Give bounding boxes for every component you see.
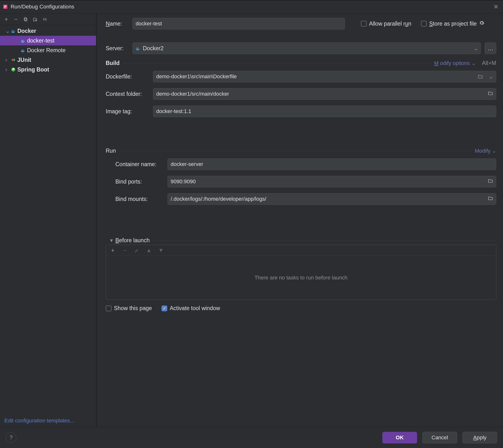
tree-item-docker-test[interactable]: docker-test	[0, 36, 96, 45]
server-label: Server:	[106, 45, 129, 52]
build-section-header: Build Modify options ⌄ Alt+M	[106, 60, 496, 66]
sidebar: ⌄ Docker docker-test Docker Remote › JUn…	[0, 14, 96, 427]
gear-icon[interactable]	[479, 20, 484, 27]
before-launch-title: Before launch	[115, 237, 150, 244]
container-name-input[interactable]: docker-server	[168, 158, 496, 170]
allow-parallel-checkbox[interactable]: Allow parallel run	[361, 20, 411, 27]
collapse-icon[interactable]: ▾	[110, 237, 113, 244]
svg-rect-1	[24, 17, 26, 20]
store-as-project-checkbox[interactable]: Store as project file	[421, 20, 484, 27]
activate-tool-window-label: Activate tool window	[170, 305, 220, 312]
modify-options-link[interactable]: Modify options ⌄	[434, 60, 476, 66]
docker-icon	[20, 38, 26, 43]
server-dropdown[interactable]: Docker2 ⌄	[132, 43, 481, 54]
edit-templates-link[interactable]: Edit configuration templates...	[4, 417, 74, 424]
store-as-project-label: Store as project file	[429, 20, 477, 27]
bind-ports-input[interactable]: 9090:9090	[168, 176, 496, 187]
close-icon[interactable]: ✕	[493, 3, 499, 11]
bind-mounts-input[interactable]: /.docker/logs/:/home/developer/app/logs/	[168, 193, 496, 205]
titlebar: Run/Debug Configurations ✕	[0, 0, 503, 14]
bind-mounts-label: Bind mounts:	[115, 196, 164, 202]
window-title: Run/Debug Configurations	[11, 4, 491, 10]
name-label: Name:	[106, 20, 129, 27]
container-name-label: Container name:	[115, 161, 164, 168]
show-this-page-label: Show this page	[114, 305, 152, 312]
main-panel: Name: docker-test Allow parallel run Sto…	[96, 14, 503, 427]
chevron-down-icon: ⌄	[473, 45, 478, 52]
run-section-header: Run Modify ⌄	[106, 148, 496, 154]
chevron-down-icon: ⌄	[472, 60, 476, 66]
activate-tool-window-checkbox[interactable]: Activate tool window	[161, 305, 220, 312]
svg-rect-2	[25, 18, 27, 21]
tree-item-docker[interactable]: ⌄ Docker	[0, 26, 96, 36]
chevron-right-icon: ›	[5, 66, 9, 73]
apply-button[interactable]: Apply	[462, 432, 497, 443]
chevron-down-icon: ⌄	[492, 148, 496, 154]
tree-item-spring-boot[interactable]: › Spring Boot	[0, 65, 96, 74]
checkbox-icon	[106, 305, 111, 311]
copy-config-icon[interactable]	[22, 16, 30, 23]
allow-parallel-label: Allow parallel run	[369, 20, 411, 27]
before-launch-box: ▲ ▼ There are no tasks to run before lau…	[106, 245, 496, 300]
checkbox-icon	[361, 21, 367, 27]
sort-config-icon[interactable]	[41, 16, 49, 23]
dockerfile-browse-button[interactable]	[474, 71, 486, 82]
checkbox-icon	[421, 21, 427, 27]
tree-item-label: Docker	[17, 28, 36, 34]
docker-icon	[20, 48, 26, 53]
dockerfile-label: Dockerfile:	[106, 73, 149, 80]
modify-link[interactable]: Modify ⌄	[475, 148, 496, 154]
before-launch-toolbar: ▲ ▼	[106, 245, 496, 256]
image-tag-input[interactable]: docker-test:1.1	[153, 106, 496, 117]
bind-ports-label: Bind ports:	[115, 179, 164, 185]
server-value: Docker2	[143, 45, 164, 52]
folder-icon[interactable]	[488, 178, 493, 185]
help-icon[interactable]: ?	[6, 432, 16, 443]
config-tree: ⌄ Docker docker-test Docker Remote › JUn…	[0, 25, 96, 74]
folder-icon[interactable]	[488, 91, 493, 97]
server-browse-button[interactable]: …	[485, 43, 496, 54]
tree-item-label: JUnit	[17, 57, 31, 63]
remove-task-icon[interactable]	[121, 247, 129, 254]
spring-icon	[11, 67, 16, 72]
chevron-right-icon: ›	[5, 57, 9, 63]
move-down-icon[interactable]: ▼	[157, 247, 165, 254]
folder-icon[interactable]	[488, 196, 493, 202]
dockerfile-dropdown-button[interactable]: ⌄	[486, 71, 496, 82]
add-config-icon[interactable]	[2, 16, 10, 23]
show-this-page-checkbox[interactable]: Show this page	[106, 305, 152, 312]
save-config-icon[interactable]	[31, 16, 39, 23]
docker-icon	[11, 28, 16, 33]
remove-config-icon[interactable]	[12, 16, 20, 23]
sidebar-toolbar	[0, 14, 96, 25]
build-title: Build	[106, 60, 120, 66]
add-task-icon[interactable]	[109, 247, 117, 254]
junit-icon	[11, 57, 16, 63]
tree-item-label: docker-test	[27, 37, 55, 44]
cancel-button[interactable]: Cancel	[422, 432, 457, 443]
docker-icon	[135, 46, 141, 51]
tree-item-label: Docker Remote	[27, 47, 66, 54]
tree-item-docker-remote[interactable]: Docker Remote	[0, 45, 96, 55]
modify-shortcut: Alt+M	[482, 60, 496, 66]
chevron-down-icon: ⌄	[5, 28, 9, 34]
run-title: Run	[106, 148, 116, 154]
ok-button[interactable]: OK	[382, 432, 417, 443]
tree-item-label: Spring Boot	[17, 66, 49, 73]
footer: ? OK Cancel Apply	[0, 427, 503, 448]
before-launch-empty: There are no tasks to run before launch	[106, 256, 496, 299]
app-icon	[2, 4, 8, 10]
image-tag-label: Image tag:	[106, 108, 149, 115]
tree-item-junit[interactable]: › JUnit	[0, 55, 96, 65]
checkbox-icon	[161, 305, 167, 311]
move-up-icon[interactable]: ▲	[145, 247, 153, 254]
dockerfile-input[interactable]: demo-docker1\src\main\Dockerfile	[153, 71, 474, 82]
context-folder-input[interactable]: demo-docker1/src/main/docker	[153, 88, 496, 100]
name-input[interactable]: docker-test	[132, 18, 345, 30]
edit-task-icon[interactable]	[133, 247, 141, 254]
context-folder-label: Context folder:	[106, 91, 149, 97]
svg-point-3	[11, 68, 16, 72]
